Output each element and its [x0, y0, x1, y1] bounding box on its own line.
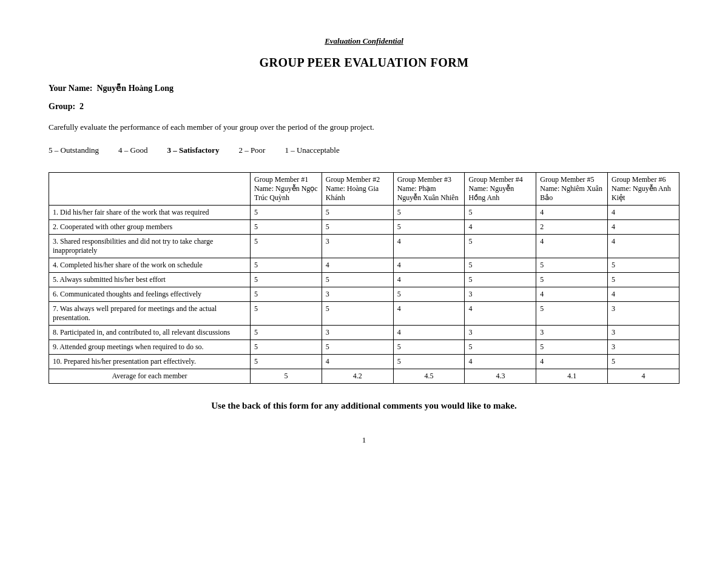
score-row2-member4: 4 — [465, 220, 536, 235]
criterion-label: 7. Was always well prepared for meetings… — [49, 302, 251, 326]
table-row: 6. Communicated thoughts and feelings ef… — [49, 287, 679, 302]
score-row6-member1: 5 — [251, 287, 322, 302]
scale-4: 4 – Good — [118, 146, 147, 155]
scale-1: 1 – Unacceptable — [285, 146, 339, 155]
criterion-label: 1. Did his/her fair share of the work th… — [49, 206, 251, 220]
score-row10-member6: 5 — [608, 355, 679, 369]
score-row1-member6: 4 — [608, 206, 679, 220]
table-header-row: Group Member #1Name: Nguyễn Ngọc Trúc Qu… — [49, 173, 679, 206]
score-row3-member1: 5 — [251, 235, 322, 258]
score-row1-member3: 5 — [393, 206, 465, 220]
score-row8-member1: 5 — [251, 326, 322, 340]
average-member2: 4.2 — [322, 369, 393, 384]
table-row: 2. Cooperated with other group members55… — [49, 220, 679, 235]
score-row3-member2: 3 — [322, 235, 393, 258]
score-row6-member3: 5 — [393, 287, 465, 302]
your-name-value: Nguyễn Hoàng Long — [96, 84, 173, 93]
criterion-label: 6. Communicated thoughts and feelings ef… — [49, 287, 251, 302]
score-row5-member3: 4 — [393, 273, 465, 287]
score-row1-member4: 5 — [465, 206, 536, 220]
score-row8-member4: 3 — [465, 326, 536, 340]
member-5-header: Group Member #5Name: Nghiêm Xuân Bảo — [536, 173, 608, 206]
score-row3-member4: 5 — [465, 235, 536, 258]
evaluation-table: Group Member #1Name: Nguyễn Ngọc Trúc Qu… — [49, 172, 679, 384]
table-row: 5. Always submitted his/her best effort5… — [49, 273, 679, 287]
score-row10-member3: 5 — [393, 355, 465, 369]
page-number: 1 — [49, 435, 679, 445]
criteria-header — [49, 173, 251, 206]
score-row9-member4: 5 — [465, 340, 536, 355]
criterion-label: 4. Completed his/her share of the work o… — [49, 258, 251, 273]
score-row7-member1: 5 — [251, 302, 322, 326]
average-member3: 4.5 — [393, 369, 465, 384]
scale-3: 3 – Satisfactory — [167, 146, 219, 155]
average-member4: 4.3 — [465, 369, 536, 384]
score-row8-member6: 3 — [608, 326, 679, 340]
rating-scale: 5 – Outstanding 4 – Good 3 – Satisfactor… — [49, 146, 679, 155]
score-row2-member2: 5 — [322, 220, 393, 235]
member-6-header: Group Member #6Name: Nguyễn Anh Kiệt — [608, 173, 679, 206]
table-row: 1. Did his/her fair share of the work th… — [49, 206, 679, 220]
average-member6: 4 — [608, 369, 679, 384]
score-row5-member2: 5 — [322, 273, 393, 287]
score-row3-member6: 4 — [608, 235, 679, 258]
table-row: 4. Completed his/her share of the work o… — [49, 258, 679, 273]
table-row: 8. Participated in, and contributed to, … — [49, 326, 679, 340]
score-row7-member5: 5 — [536, 302, 608, 326]
score-row4-member5: 5 — [536, 258, 608, 273]
score-row6-member2: 3 — [322, 287, 393, 302]
score-row10-member1: 5 — [251, 355, 322, 369]
score-row1-member5: 4 — [536, 206, 608, 220]
group-value: 2 — [79, 102, 84, 111]
instruction-text: Carefully evaluate the performance of ea… — [49, 122, 679, 132]
group-label-text: Group: — [49, 102, 75, 111]
score-row1-member1: 5 — [251, 206, 322, 220]
score-row6-member5: 4 — [536, 287, 608, 302]
score-row4-member3: 4 — [393, 258, 465, 273]
scale-5: 5 – Outstanding — [49, 146, 99, 155]
table-row: 10. Prepared his/her presentation part e… — [49, 355, 679, 369]
average-member5: 4.1 — [536, 369, 608, 384]
score-row3-member3: 4 — [393, 235, 465, 258]
member-1-header: Group Member #1Name: Nguyễn Ngọc Trúc Qu… — [251, 173, 322, 206]
criterion-label: 9. Attended group meetings when required… — [49, 340, 251, 355]
member-2-header: Group Member #2Name: Hoàng Gia Khánh — [322, 173, 393, 206]
score-row9-member3: 5 — [393, 340, 465, 355]
score-row4-member6: 5 — [608, 258, 679, 273]
average-label: Average for each member — [49, 369, 251, 384]
score-row8-member2: 3 — [322, 326, 393, 340]
score-row5-member6: 5 — [608, 273, 679, 287]
score-row7-member2: 5 — [322, 302, 393, 326]
score-row9-member2: 5 — [322, 340, 393, 355]
score-row9-member6: 3 — [608, 340, 679, 355]
table-row: 9. Attended group meetings when required… — [49, 340, 679, 355]
score-row2-member1: 5 — [251, 220, 322, 235]
score-row4-member4: 5 — [465, 258, 536, 273]
score-row4-member1: 5 — [251, 258, 322, 273]
criterion-label: 2. Cooperated with other group members — [49, 220, 251, 235]
score-row5-member5: 5 — [536, 273, 608, 287]
score-row2-member3: 5 — [393, 220, 465, 235]
score-row6-member6: 4 — [608, 287, 679, 302]
score-row7-member6: 3 — [608, 302, 679, 326]
average-row: Average for each member54.24.54.34.14 — [49, 369, 679, 384]
member-3-header: Group Member #3Name: Phạm Nguyễn Xuân Nh… — [393, 173, 465, 206]
your-name-label: Your Name: — [49, 84, 92, 93]
score-row7-member4: 4 — [465, 302, 536, 326]
criterion-label: 10. Prepared his/her presentation part e… — [49, 355, 251, 369]
score-row2-member5: 2 — [536, 220, 608, 235]
confidential-label: Evaluation Confidential — [49, 36, 679, 46]
table-row: 7. Was always well prepared for meetings… — [49, 302, 679, 326]
scale-2: 2 – Poor — [238, 146, 265, 155]
member-4-header: Group Member #4Name: Nguyễn Hồng Anh — [465, 173, 536, 206]
your-name-field: Your Name: Nguyễn Hoàng Long — [49, 83, 679, 93]
group-field: Group: 2 — [49, 102, 679, 112]
criterion-label: 5. Always submitted his/her best effort — [49, 273, 251, 287]
score-row5-member1: 5 — [251, 273, 322, 287]
score-row10-member4: 4 — [465, 355, 536, 369]
table-row: 3. Shared responsibilities and did not t… — [49, 235, 679, 258]
score-row10-member5: 4 — [536, 355, 608, 369]
score-row9-member5: 5 — [536, 340, 608, 355]
page-title: GROUP PEER EVALUATION FORM — [49, 56, 679, 70]
score-row8-member5: 3 — [536, 326, 608, 340]
